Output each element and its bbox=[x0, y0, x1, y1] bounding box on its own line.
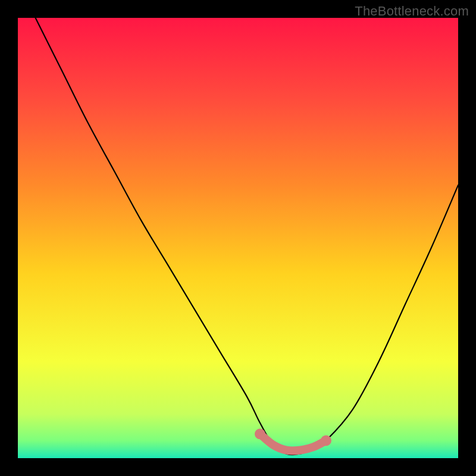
chart-plot-area bbox=[18, 18, 458, 458]
bottleneck-chart bbox=[0, 0, 476, 476]
svg-point-1 bbox=[255, 428, 265, 439]
watermark-text: TheBottleneck.com bbox=[355, 4, 469, 19]
svg-point-2 bbox=[321, 435, 331, 446]
